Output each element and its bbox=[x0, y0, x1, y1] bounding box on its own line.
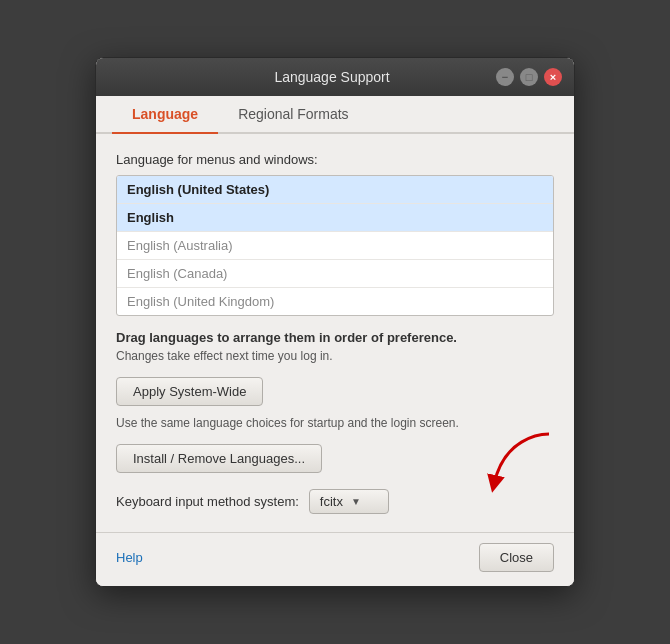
list-item[interactable]: English (Australia) bbox=[117, 232, 553, 260]
title-bar-controls: − □ × bbox=[496, 68, 562, 86]
window-content: Language Regional Formats Language for m… bbox=[96, 96, 574, 586]
keyboard-input-label: Keyboard input method system: bbox=[116, 494, 299, 509]
keyboard-input-value: fcitx bbox=[320, 494, 343, 509]
list-item[interactable]: English (United States) bbox=[117, 176, 553, 204]
footer: Help Close bbox=[96, 532, 574, 586]
list-item[interactable]: English bbox=[117, 204, 553, 232]
dropdown-arrow-icon: ▼ bbox=[351, 496, 361, 507]
install-remove-button[interactable]: Install / Remove Languages... bbox=[116, 444, 322, 473]
drag-instruction: Drag languages to arrange them in order … bbox=[116, 330, 554, 345]
title-bar: Language Support − □ × bbox=[96, 58, 574, 96]
language-support-window: Language Support − □ × Language Regional… bbox=[95, 57, 575, 587]
tab-language[interactable]: Language bbox=[112, 96, 218, 134]
language-tab-content: Language for menus and windows: English … bbox=[96, 134, 574, 532]
help-link[interactable]: Help bbox=[116, 550, 143, 565]
section-label: Language for menus and windows: bbox=[116, 152, 554, 167]
window-title: Language Support bbox=[168, 69, 496, 85]
language-list: English (United States) English English … bbox=[116, 175, 554, 316]
close-window-button[interactable]: × bbox=[544, 68, 562, 86]
tab-regional-formats[interactable]: Regional Formats bbox=[218, 96, 369, 134]
use-same-label: Use the same language choices for startu… bbox=[116, 416, 554, 430]
keyboard-input-dropdown[interactable]: fcitx ▼ bbox=[309, 489, 389, 514]
tab-bar: Language Regional Formats bbox=[96, 96, 574, 134]
keyboard-input-row: Keyboard input method system: fcitx ▼ bbox=[116, 489, 554, 514]
list-item[interactable]: English (Canada) bbox=[117, 260, 553, 288]
list-item[interactable]: English (United Kingdom) bbox=[117, 288, 553, 315]
close-button[interactable]: Close bbox=[479, 543, 554, 572]
apply-system-wide-button[interactable]: Apply System-Wide bbox=[116, 377, 263, 406]
maximize-button[interactable]: □ bbox=[520, 68, 538, 86]
minimize-button[interactable]: − bbox=[496, 68, 514, 86]
sub-instruction: Changes take effect next time you log in… bbox=[116, 349, 554, 363]
